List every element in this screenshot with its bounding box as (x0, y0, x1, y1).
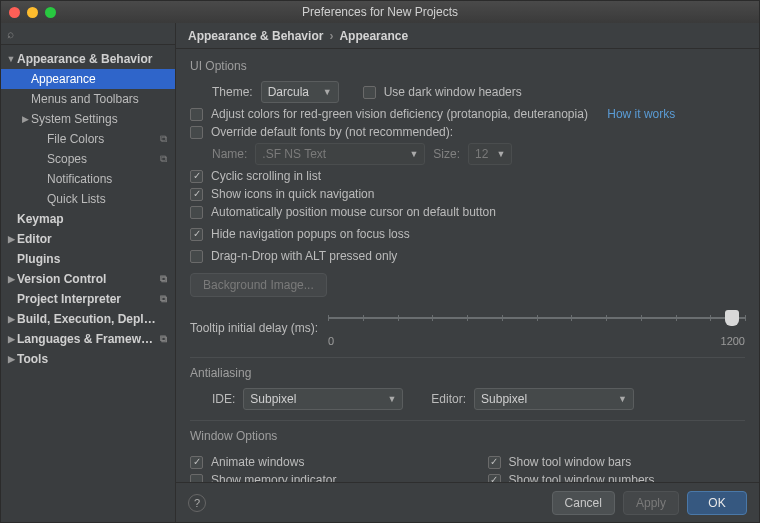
tooltip-delay-label: Tooltip initial delay (ms): (190, 321, 318, 335)
sidebar-item-tools[interactable]: ▶Tools (1, 349, 175, 369)
preferences-window: Preferences for New Projects ⌕ ▼Appearan… (0, 0, 760, 523)
aa-ide-label: IDE: (212, 392, 235, 406)
search-field[interactable]: ⌕ (1, 23, 175, 45)
sidebar-item-scopes[interactable]: Scopes⧉ (1, 149, 175, 169)
sidebar-item-keymap[interactable]: Keymap (1, 209, 175, 229)
override-fonts-label: Override default fonts by (not recommend… (211, 125, 453, 139)
disclosure-icon: ▶ (19, 114, 31, 124)
theme-select[interactable]: Darcula ▼ (261, 81, 339, 103)
scope-icon: ⧉ (157, 153, 169, 165)
cancel-button[interactable]: Cancel (552, 491, 615, 515)
override-fonts-checkbox[interactable] (190, 126, 203, 139)
search-input[interactable] (18, 27, 169, 41)
show-icons-checkbox[interactable] (190, 188, 203, 201)
sidebar-item-label: Menus and Toolbars (31, 92, 157, 106)
ok-button[interactable]: OK (687, 491, 747, 515)
option-label: Show memory indicator (211, 473, 336, 482)
chevron-down-icon: ▼ (496, 149, 505, 159)
sidebar-item-label: Languages & Frameworks (17, 332, 157, 346)
scope-icon: ⧉ (157, 293, 169, 305)
sidebar-item-label: Quick Lists (47, 192, 157, 206)
auto-cursor-checkbox[interactable] (190, 206, 203, 219)
zoom-icon[interactable] (45, 7, 56, 18)
section-antialiasing: Antialiasing (190, 366, 745, 380)
auto-cursor-label: Automatically position mouse cursor on d… (211, 205, 496, 219)
sidebar-item-editor[interactable]: ▶Editor (1, 229, 175, 249)
cyclic-scrolling-checkbox[interactable] (190, 170, 203, 183)
sidebar-item-quick-lists[interactable]: Quick Lists (1, 189, 175, 209)
option-label: Show tool window bars (509, 455, 632, 469)
sidebar-item-appearance-behavior[interactable]: ▼Appearance & Behavior (1, 49, 175, 69)
option-label: Show tool window numbers (509, 473, 655, 482)
cyclic-scrolling-label: Cyclic scrolling in list (211, 169, 321, 183)
sidebar-item-menus-and-toolbars[interactable]: Menus and Toolbars (1, 89, 175, 109)
chevron-right-icon: › (329, 29, 333, 43)
sidebar-item-plugins[interactable]: Plugins (1, 249, 175, 269)
titlebar: Preferences for New Projects (1, 1, 759, 23)
disclosure-icon: ▶ (5, 234, 17, 244)
scope-icon: ⧉ (157, 333, 169, 345)
aa-ide-select[interactable]: Subpixel▼ (243, 388, 403, 410)
close-icon[interactable] (9, 7, 20, 18)
sidebar-item-label: Tools (17, 352, 157, 366)
how-it-works-link[interactable]: How it works (607, 107, 675, 121)
checkbox[interactable] (190, 474, 203, 483)
chevron-down-icon: ▼ (323, 87, 332, 97)
sidebar-item-build-execution-deployment[interactable]: ▶Build, Execution, Deployment (1, 309, 175, 329)
minimize-icon[interactable] (27, 7, 38, 18)
font-name-select[interactable]: .SF NS Text ▼ (255, 143, 425, 165)
content: UI Options Theme: Darcula ▼ Use dark win… (176, 49, 759, 482)
adjust-colors-checkbox[interactable] (190, 108, 203, 121)
aa-editor-label: Editor: (431, 392, 466, 406)
sidebar-item-label: Notifications (47, 172, 157, 186)
breadcrumb-leaf: Appearance (339, 29, 408, 43)
sidebar-item-label: Project Interpreter (17, 292, 157, 306)
apply-button[interactable]: Apply (623, 491, 679, 515)
theme-label: Theme: (212, 85, 253, 99)
show-icons-label: Show icons in quick navigation (211, 187, 374, 201)
disclosure-icon: ▶ (5, 354, 17, 364)
window-controls (9, 7, 56, 18)
checkbox[interactable] (488, 474, 501, 483)
tooltip-delay-slider[interactable] (328, 309, 745, 337)
settings-tree[interactable]: ▼Appearance & BehaviorAppearanceMenus an… (1, 45, 175, 522)
disclosure-icon: ▶ (5, 274, 17, 284)
disclosure-icon: ▼ (5, 54, 17, 64)
sidebar-item-label: File Colors (47, 132, 157, 146)
sidebar-item-label: Appearance & Behavior (17, 52, 157, 66)
adjust-colors-label: Adjust colors for red-green vision defic… (211, 107, 588, 121)
font-name-label: Name: (212, 147, 247, 161)
hide-popups-checkbox[interactable] (190, 228, 203, 241)
sidebar-item-system-settings[interactable]: ▶System Settings (1, 109, 175, 129)
font-size-label: Size: (433, 147, 460, 161)
sidebar-item-project-interpreter[interactable]: Project Interpreter⧉ (1, 289, 175, 309)
font-size-select[interactable]: 12 ▼ (468, 143, 512, 165)
hide-popups-label: Hide navigation popups on focus loss (211, 227, 410, 241)
help-button[interactable]: ? (188, 494, 206, 512)
background-image-button[interactable]: Background Image... (190, 273, 327, 297)
sidebar-item-languages-frameworks[interactable]: ▶Languages & Frameworks⧉ (1, 329, 175, 349)
chevron-down-icon: ▼ (409, 149, 418, 159)
sidebar-item-version-control[interactable]: ▶Version Control⧉ (1, 269, 175, 289)
sidebar-item-label: Build, Execution, Deployment (17, 312, 157, 326)
aa-editor-select[interactable]: Subpixel▼ (474, 388, 634, 410)
checkbox[interactable] (190, 456, 203, 469)
sidebar-item-file-colors[interactable]: File Colors⧉ (1, 129, 175, 149)
window-title: Preferences for New Projects (1, 5, 759, 19)
sidebar-item-label: System Settings (31, 112, 157, 126)
sidebar: ⌕ ▼Appearance & BehaviorAppearanceMenus … (1, 23, 176, 522)
dark-headers-checkbox[interactable] (363, 86, 376, 99)
search-icon: ⌕ (7, 27, 14, 41)
checkbox[interactable] (488, 456, 501, 469)
dnd-alt-checkbox[interactable] (190, 250, 203, 263)
chevron-down-icon: ▼ (618, 394, 627, 404)
main-pane: Appearance & Behavior › Appearance UI Op… (176, 23, 759, 522)
sidebar-item-notifications[interactable]: Notifications (1, 169, 175, 189)
disclosure-icon: ▶ (5, 334, 17, 344)
section-window-options: Window Options (190, 429, 745, 443)
sidebar-item-label: Scopes (47, 152, 157, 166)
slider-thumb[interactable] (725, 310, 739, 326)
sidebar-item-appearance[interactable]: Appearance (1, 69, 175, 89)
chevron-down-icon: ▼ (387, 394, 396, 404)
sidebar-item-label: Editor (17, 232, 157, 246)
